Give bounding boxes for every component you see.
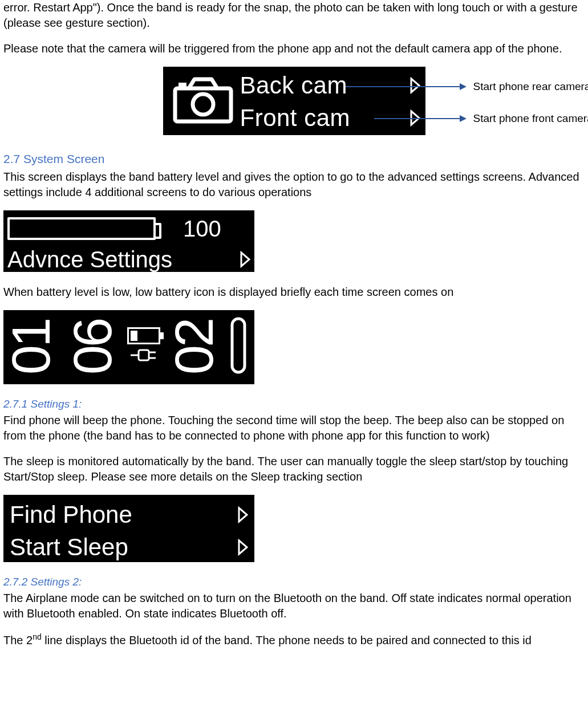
clock-digit: 02 bbox=[168, 320, 221, 375]
svg-rect-2 bbox=[179, 83, 186, 87]
chevron-right-icon bbox=[238, 539, 248, 556]
body-text: The Airplane mode can be switched on to … bbox=[3, 591, 585, 621]
svg-marker-11 bbox=[239, 508, 247, 522]
heading-system-screen: 2.7 System Screen bbox=[3, 151, 585, 167]
settings1-screen-figure: Find Phone Start Sleep bbox=[3, 495, 585, 562]
settings1-device-screen: Find Phone Start Sleep bbox=[3, 495, 254, 562]
camera-device-screen: Back cam Front cam bbox=[163, 67, 425, 135]
body-text: This screen displays the band battery le… bbox=[3, 169, 585, 200]
body-text: The sleep is monitored automatically by … bbox=[3, 454, 585, 485]
battery-icon bbox=[7, 217, 156, 240]
battery-level-value: 100 bbox=[183, 213, 221, 244]
body-text: Find phone will beep the phone. Touching… bbox=[3, 413, 585, 444]
clock-digit: 01 bbox=[5, 320, 58, 375]
camera-screen-figure: Back cam Front cam Start phone rear came… bbox=[3, 67, 585, 135]
low-battery-device-screen: 01 06 02 bbox=[3, 310, 254, 384]
svg-marker-3 bbox=[411, 79, 419, 92]
advanced-settings-label: Advnce Settings bbox=[7, 244, 172, 275]
chevron-right-icon bbox=[240, 251, 250, 268]
low-battery-screen-figure: 01 06 02 bbox=[3, 310, 585, 384]
chevron-right-icon bbox=[410, 109, 420, 127]
body-text: The 2nd line displays the Bluetooth id o… bbox=[3, 632, 585, 648]
heading-settings-1: 2.7.1 Settings 1: bbox=[3, 397, 585, 412]
back-cam-label: Back cam bbox=[240, 70, 347, 102]
body-text: Please note that the camera will be trig… bbox=[3, 41, 585, 56]
svg-point-1 bbox=[193, 94, 213, 115]
heading-settings-2: 2.7.2 Settings 2: bbox=[3, 575, 585, 589]
band-clasp-icon bbox=[229, 314, 248, 381]
find-phone-label: Find Phone bbox=[10, 499, 132, 531]
ordinal-suffix: nd bbox=[33, 632, 42, 641]
body-text: error. Restart App"). Once the band is r… bbox=[3, 0, 585, 31]
system-device-screen: 100 Advnce Settings bbox=[3, 210, 254, 272]
text-fragment: line displays the Bluetooth id of the ba… bbox=[42, 633, 532, 646]
svg-marker-12 bbox=[239, 540, 247, 554]
callout-rear-camera: Start phone rear camera bbox=[473, 79, 589, 94]
callout-front-camera: Start phone front camera bbox=[473, 111, 589, 126]
svg-marker-5 bbox=[241, 253, 249, 266]
svg-rect-7 bbox=[139, 350, 149, 360]
front-cam-label: Front cam bbox=[240, 102, 351, 135]
camera-icon bbox=[172, 74, 234, 129]
body-text: When battery level is low, low battery i… bbox=[3, 284, 585, 300]
text-fragment: The 2 bbox=[3, 633, 33, 646]
svg-marker-4 bbox=[411, 111, 419, 125]
start-sleep-label: Start Sleep bbox=[10, 531, 128, 564]
svg-rect-10 bbox=[232, 319, 245, 372]
system-screen-figure: 100 Advnce Settings bbox=[3, 210, 585, 272]
low-battery-icon bbox=[127, 327, 160, 344]
chevron-right-icon bbox=[410, 77, 420, 94]
plug-icon bbox=[129, 347, 158, 368]
chevron-right-icon bbox=[238, 506, 248, 523]
clock-digit: 06 bbox=[66, 320, 120, 375]
